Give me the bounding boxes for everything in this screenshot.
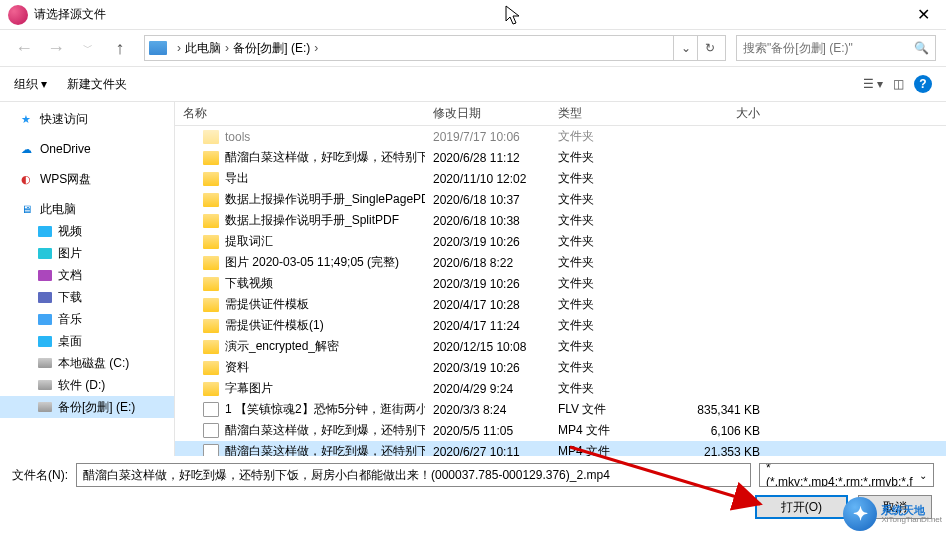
- refresh-button[interactable]: ↻: [697, 36, 721, 60]
- file-name: 下载视频: [225, 275, 273, 292]
- tree-drive-c[interactable]: 本地磁盘 (C:): [0, 352, 174, 374]
- drive-icon: [38, 358, 52, 368]
- tree-videos[interactable]: 视频: [0, 220, 174, 242]
- up-button[interactable]: ↑: [106, 34, 134, 62]
- file-date: 2020/6/18 8:22: [425, 256, 550, 270]
- breadcrumb[interactable]: › 此电脑 › 备份[勿删] (E:) › ⌄ ↻: [144, 35, 726, 61]
- file-name: 字幕图片: [225, 380, 273, 397]
- recent-dropdown[interactable]: ﹀: [74, 34, 102, 62]
- file-row[interactable]: 资料2020/3/19 10:26文件夹: [175, 357, 946, 378]
- file-list[interactable]: 名称 修改日期 类型 大小 tools2019/7/17 10:06文件夹醋溜白…: [175, 102, 946, 456]
- tree-quick-access[interactable]: ★快速访问: [0, 108, 174, 130]
- tree-desktop[interactable]: 桌面: [0, 330, 174, 352]
- file-row[interactable]: 1 【笑镇惊魂2】恐怖5分钟，逛街两小时...2020/3/3 8:24FLV …: [175, 399, 946, 420]
- file-date: 2020/11/10 12:02: [425, 172, 550, 186]
- tree-documents[interactable]: 文档: [0, 264, 174, 286]
- tree-downloads[interactable]: 下载: [0, 286, 174, 308]
- file-name: 提取词汇: [225, 233, 273, 250]
- file-date: 2020/6/18 10:37: [425, 193, 550, 207]
- file-type: 文件夹: [550, 149, 660, 166]
- breadcrumb-drive[interactable]: 备份[勿删] (E:): [233, 40, 310, 57]
- drive-icon: [149, 41, 167, 55]
- tree-onedrive[interactable]: ☁OneDrive: [0, 138, 174, 160]
- file-type: 文件夹: [550, 191, 660, 208]
- titlebar: 请选择源文件 ✕: [0, 0, 946, 30]
- file-row[interactable]: 需提供证件模板(1)2020/4/17 11:24文件夹: [175, 315, 946, 336]
- view-mode-button[interactable]: ☰ ▾: [863, 77, 883, 91]
- search-box[interactable]: 🔍: [736, 35, 936, 61]
- file-row[interactable]: 下载视频2020/3/19 10:26文件夹: [175, 273, 946, 294]
- folder-icon: [203, 298, 219, 312]
- folder-icon: [38, 292, 52, 303]
- file-name: 需提供证件模板(1): [225, 317, 324, 334]
- tree-thispc[interactable]: 🖥此电脑: [0, 198, 174, 220]
- file-row[interactable]: 需提供证件模板2020/4/17 10:28文件夹: [175, 294, 946, 315]
- folder-icon: [203, 193, 219, 207]
- file-type: 文件夹: [550, 212, 660, 229]
- file-name: tools: [225, 130, 250, 144]
- folder-icon: [203, 214, 219, 228]
- preview-pane-button[interactable]: ◫: [893, 77, 904, 91]
- file-row[interactable]: 字幕图片2020/4/29 9:24文件夹: [175, 378, 946, 399]
- file-row[interactable]: 演示_encrypted_解密2020/12/15 10:08文件夹: [175, 336, 946, 357]
- help-button[interactable]: ?: [914, 75, 932, 93]
- file-date: 2020/4/17 10:28: [425, 298, 550, 312]
- file-size: 6,106 KB: [660, 424, 780, 438]
- folder-icon: [203, 235, 219, 249]
- search-input[interactable]: [743, 41, 914, 55]
- file-date: 2020/4/17 11:24: [425, 319, 550, 333]
- file-row[interactable]: 醋溜白菜这样做，好吃到爆，还特别下饭...2020/6/27 10:11MP4 …: [175, 441, 946, 456]
- tree-drive-e[interactable]: 备份[勿删] (E:): [0, 396, 174, 418]
- search-icon[interactable]: 🔍: [914, 41, 929, 55]
- file-row[interactable]: 数据上报操作说明手册_SinglePagePDF2020/6/18 10:37文…: [175, 189, 946, 210]
- back-button[interactable]: ←: [10, 34, 38, 62]
- filename-input[interactable]: [76, 463, 751, 487]
- navbar: ← → ﹀ ↑ › 此电脑 › 备份[勿删] (E:) › ⌄ ↻ 🔍: [0, 30, 946, 66]
- tree-music[interactable]: 音乐: [0, 308, 174, 330]
- file-date: 2020/6/27 10:11: [425, 445, 550, 457]
- folder-icon: [203, 361, 219, 375]
- breadcrumb-pc[interactable]: 此电脑: [185, 40, 221, 57]
- col-date-header[interactable]: 修改日期: [425, 105, 550, 122]
- file-row[interactable]: 图片 2020-03-05 11;49;05 (完整)2020/6/18 8:2…: [175, 252, 946, 273]
- file-date: 2020/3/19 10:26: [425, 277, 550, 291]
- nav-tree[interactable]: ★快速访问 ☁OneDrive ◐WPS网盘 🖥此电脑 视频 图片 文档 下载 …: [0, 102, 175, 456]
- file-name: 资料: [225, 359, 249, 376]
- col-type-header[interactable]: 类型: [550, 105, 660, 122]
- chevron-right-icon[interactable]: ›: [177, 41, 181, 55]
- file-row[interactable]: 导出2020/11/10 12:02文件夹: [175, 168, 946, 189]
- filetype-filter[interactable]: * (*.mkv;*.mp4;*.rm;*.rmvb;*.f⌄: [759, 463, 934, 487]
- file-row[interactable]: 数据上报操作说明手册_SplitPDF2020/6/18 10:38文件夹: [175, 210, 946, 231]
- file-date: 2020/4/29 9:24: [425, 382, 550, 396]
- col-size-header[interactable]: 大小: [660, 105, 780, 122]
- file-row[interactable]: 醋溜白菜这样做，好吃到爆，还特别下2020/6/28 11:12文件夹: [175, 147, 946, 168]
- cloud-icon: ☁: [18, 141, 34, 157]
- file-row[interactable]: 醋溜白菜这样做，好吃到爆，还特别下饭...2020/5/5 11:05MP4 文…: [175, 420, 946, 441]
- file-row[interactable]: tools2019/7/17 10:06文件夹: [175, 126, 946, 147]
- newfolder-button[interactable]: 新建文件夹: [67, 76, 127, 93]
- organize-menu[interactable]: 组织 ▾: [14, 76, 47, 93]
- file-name: 演示_encrypted_解密: [225, 338, 339, 355]
- watermark: ✦ 系统天地XiTongTianDi.net: [843, 497, 942, 531]
- tree-drive-d[interactable]: 软件 (D:): [0, 374, 174, 396]
- file-size: 21,353 KB: [660, 445, 780, 457]
- file-row[interactable]: 提取词汇2020/3/19 10:26文件夹: [175, 231, 946, 252]
- file-name: 导出: [225, 170, 249, 187]
- col-name-header[interactable]: 名称: [175, 105, 425, 122]
- filename-label: 文件名(N):: [12, 467, 68, 484]
- file-name: 数据上报操作说明手册_SinglePagePDF: [225, 191, 425, 208]
- open-button[interactable]: 打开(O): [755, 495, 848, 519]
- chevron-right-icon[interactable]: ›: [225, 41, 229, 55]
- chevron-right-icon[interactable]: ›: [314, 41, 318, 55]
- file-icon: [203, 402, 219, 417]
- breadcrumb-dropdown[interactable]: ⌄: [673, 36, 697, 60]
- tree-wps[interactable]: ◐WPS网盘: [0, 168, 174, 190]
- file-date: 2020/6/18 10:38: [425, 214, 550, 228]
- file-name: 醋溜白菜这样做，好吃到爆，还特别下: [225, 149, 425, 166]
- file-type: MP4 文件: [550, 443, 660, 456]
- forward-button[interactable]: →: [42, 34, 70, 62]
- file-name: 醋溜白菜这样做，好吃到爆，还特别下饭...: [225, 422, 425, 439]
- file-type: MP4 文件: [550, 422, 660, 439]
- close-button[interactable]: ✕: [902, 0, 944, 30]
- tree-pictures[interactable]: 图片: [0, 242, 174, 264]
